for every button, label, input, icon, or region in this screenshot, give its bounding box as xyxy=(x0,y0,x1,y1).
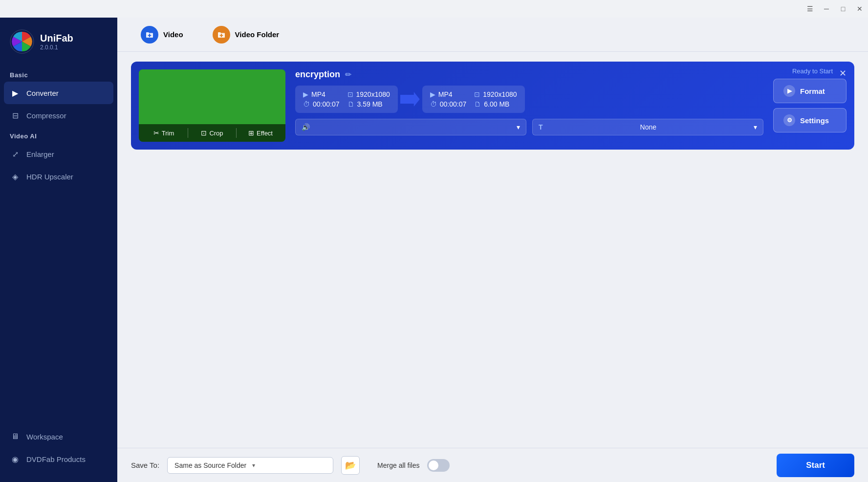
source-duration: 00:00:07 xyxy=(313,100,340,108)
audio-dropdown-arrow: ▾ xyxy=(517,123,520,131)
merge-toggle[interactable] xyxy=(427,459,450,472)
source-dimension-icon: ⊡ xyxy=(347,90,353,98)
video-thumbnail: ✂ Trim ⊡ Crop ⊞ Effect xyxy=(139,69,285,142)
source-resolution: 1920x1080 xyxy=(356,90,390,98)
section-basic-label: Basic xyxy=(0,66,117,82)
folder-open-icon: 📂 xyxy=(345,460,356,471)
source-play-icon: ▶ xyxy=(303,90,308,98)
dvdfab-icon: ◉ xyxy=(10,454,21,464)
hdr-upscaler-icon: ◈ xyxy=(10,171,21,182)
minimize-button[interactable]: ─ xyxy=(822,4,831,13)
video-info: encryption ✏ ▶ MP4 ⊡ 1920x1080 xyxy=(295,69,763,142)
source-format-cell: ▶ MP4 xyxy=(303,90,340,98)
sidebar-bottom: 🖥 Workspace ◉ DVDFab Products xyxy=(0,425,117,482)
conversion-row: ▶ MP4 ⊡ 1920x1080 ⏱ 00:00:07 xyxy=(295,86,763,113)
toggle-knob xyxy=(429,460,438,470)
target-resolution-cell: ⊡ 1920x1080 xyxy=(474,90,517,98)
crop-button[interactable]: ⊡ Crop xyxy=(189,127,235,139)
trim-label: Trim xyxy=(162,130,174,137)
save-to-label: Save To: xyxy=(131,461,159,469)
target-clock-icon: ⏱ xyxy=(430,100,437,108)
video-title-row: encryption ✏ xyxy=(295,69,763,80)
app-version: 2.0.0.1 xyxy=(40,44,73,51)
source-size: 3.59 MB xyxy=(357,100,383,108)
menu-icon[interactable]: ☰ xyxy=(805,4,814,13)
source-duration-cell: ⏱ 00:00:07 xyxy=(303,100,340,108)
converter-label: Converter xyxy=(26,89,59,97)
card-close-button[interactable]: ✕ xyxy=(837,67,848,79)
sidebar-item-converter[interactable]: ▶ Converter xyxy=(4,82,113,104)
subtitle-value: None xyxy=(640,123,656,131)
save-path-select[interactable]: Same as Source Folder ▾ xyxy=(167,457,333,474)
audio-select[interactable]: 🔊 ▾ xyxy=(295,119,526,135)
add-folder-button[interactable]: Video Folder xyxy=(203,21,289,48)
target-format: MP4 xyxy=(438,90,453,98)
effect-button[interactable]: ⊞ Effect xyxy=(238,127,283,139)
app-logo xyxy=(10,29,34,54)
bottom-bar: Save To: Same as Source Folder ▾ 📂 Merge… xyxy=(117,448,868,482)
sidebar-item-hdr-upscaler[interactable]: ◈ HDR Upscaler xyxy=(0,165,117,188)
format-icon: ▶ xyxy=(783,85,795,97)
sidebar-item-dvdfab[interactable]: ◉ DVDFab Products xyxy=(0,448,117,470)
compressor-icon: ⊟ xyxy=(10,110,21,121)
enlarger-icon: ⤢ xyxy=(10,149,21,159)
browse-folder-button[interactable]: 📂 xyxy=(341,456,360,475)
thumbnail-actions: ✂ Trim ⊡ Crop ⊞ Effect xyxy=(139,124,285,142)
add-folder-label: Video Folder xyxy=(235,30,280,39)
app-name: UniFab xyxy=(40,33,73,44)
target-format-cell: ▶ MP4 xyxy=(430,90,467,98)
start-button[interactable]: Start xyxy=(777,454,854,477)
source-clock-icon: ⏱ xyxy=(303,100,310,108)
add-video-button[interactable]: Video xyxy=(131,21,193,48)
save-path-value: Same as Source Folder xyxy=(174,461,248,469)
trim-icon: ✂ xyxy=(153,129,159,137)
target-dimension-icon: ⊡ xyxy=(474,90,480,98)
hdr-upscaler-label: HDR Upscaler xyxy=(26,173,73,181)
converter-icon: ▶ xyxy=(10,88,21,98)
merge-label: Merge all files xyxy=(377,461,419,469)
sidebar-item-workspace[interactable]: 🖥 Workspace xyxy=(0,425,117,448)
conversion-arrow xyxy=(400,92,420,107)
main-content: Video Video Folder xyxy=(117,18,868,482)
settings-button[interactable]: ⚙ Settings xyxy=(773,108,846,132)
crop-label: Crop xyxy=(209,130,223,137)
thumbnail-preview xyxy=(139,69,285,124)
close-button[interactable]: ✕ xyxy=(855,4,864,13)
format-btn-label: Format xyxy=(800,87,825,95)
subtitle-select[interactable]: T None ▾ xyxy=(532,119,763,135)
source-format: MP4 xyxy=(311,90,326,98)
edit-title-icon[interactable]: ✏ xyxy=(345,70,351,79)
action-buttons: ▶ Format ⚙ Settings xyxy=(773,69,846,142)
enlarger-label: Enlarger xyxy=(26,150,54,158)
workspace-label: Workspace xyxy=(26,433,63,441)
logo-text: UniFab 2.0.0.1 xyxy=(40,33,73,51)
format-button[interactable]: ▶ Format xyxy=(773,79,846,103)
audio-icon: 🔊 xyxy=(302,123,310,131)
save-path-dropdown-arrow: ▾ xyxy=(252,462,326,469)
target-duration: 00:00:07 xyxy=(440,100,467,108)
effect-label: Effect xyxy=(257,130,273,137)
workspace-icon: 🖥 xyxy=(10,431,21,442)
divider-2 xyxy=(236,128,237,138)
sidebar-item-compressor[interactable]: ⊟ Compressor xyxy=(0,104,117,127)
dvdfab-label: DVDFab Products xyxy=(26,455,86,463)
trim-button[interactable]: ✂ Trim xyxy=(141,127,187,139)
section-videoai-label: Video AI xyxy=(0,127,117,143)
target-file-icon: 🗋 xyxy=(474,100,481,108)
target-duration-cell: ⏱ 00:00:07 xyxy=(430,100,467,108)
maximize-button[interactable]: □ xyxy=(839,4,847,13)
source-size-cell: 🗋 3.59 MB xyxy=(347,100,390,108)
source-resolution-cell: ⊡ 1920x1080 xyxy=(347,90,390,98)
arrow-separator xyxy=(398,92,422,107)
target-size-cell: 🗋 6.00 MB xyxy=(474,100,517,108)
video-card: ✂ Trim ⊡ Crop ⊞ Effect xyxy=(131,62,854,150)
target-play-icon: ▶ xyxy=(430,90,435,98)
target-size: 6.00 MB xyxy=(484,100,509,108)
controls-row: 🔊 ▾ T None ▾ xyxy=(295,119,763,135)
subtitle-dropdown-arrow: ▾ xyxy=(754,123,757,131)
app-container: UniFab 2.0.0.1 Basic ▶ Converter ⊟ Compr… xyxy=(0,18,868,482)
subtitle-icon: T xyxy=(539,123,543,131)
source-info: ▶ MP4 ⊡ 1920x1080 ⏱ 00:00:07 xyxy=(295,86,398,113)
sidebar-item-enlarger[interactable]: ⤢ Enlarger xyxy=(0,143,117,165)
logo-area: UniFab 2.0.0.1 xyxy=(0,18,117,66)
